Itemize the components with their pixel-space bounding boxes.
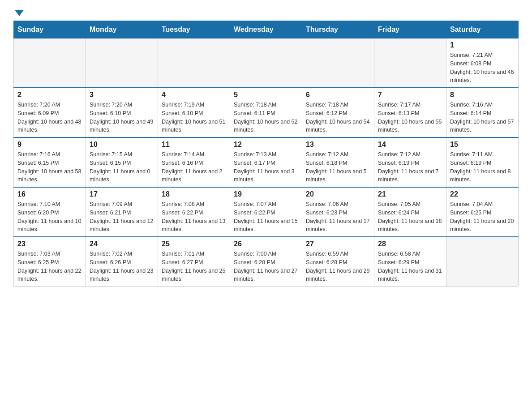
day-sun-info: Sunrise: 7:18 AMSunset: 6:11 PMDaylight:… [234, 101, 298, 134]
day-number: 3 [90, 91, 154, 99]
calendar-day-cell: 16Sunrise: 7:10 AMSunset: 6:20 PMDayligh… [14, 187, 86, 237]
day-sun-info: Sunrise: 7:12 AMSunset: 6:19 PMDaylight:… [378, 150, 442, 184]
calendar-week-row: 16Sunrise: 7:10 AMSunset: 6:20 PMDayligh… [14, 187, 519, 237]
calendar-day-cell: 2Sunrise: 7:20 AMSunset: 6:09 PMDaylight… [14, 88, 86, 137]
day-sun-info: Sunrise: 7:05 AMSunset: 6:24 PMDaylight:… [378, 200, 442, 234]
day-sun-info: Sunrise: 7:21 AMSunset: 6:08 PMDaylight:… [450, 51, 515, 85]
calendar-day-cell [446, 237, 519, 287]
calendar-day-cell: 3Sunrise: 7:20 AMSunset: 6:10 PMDaylight… [86, 88, 158, 137]
day-sun-info: Sunrise: 7:14 AMSunset: 6:16 PMDaylight:… [162, 150, 226, 184]
day-of-week-header: Monday [86, 21, 158, 39]
day-number: 22 [450, 190, 515, 198]
calendar-day-cell [230, 39, 302, 88]
day-of-week-header: Wednesday [230, 21, 302, 39]
day-sun-info: Sunrise: 7:19 AMSunset: 6:10 PMDaylight:… [162, 101, 226, 134]
day-number: 12 [234, 141, 298, 149]
calendar-day-cell [14, 39, 86, 88]
calendar-day-cell: 9Sunrise: 7:16 AMSunset: 6:15 PMDaylight… [14, 137, 86, 187]
calendar-day-cell: 18Sunrise: 7:08 AMSunset: 6:22 PMDayligh… [158, 187, 230, 237]
calendar-day-cell [158, 39, 230, 88]
day-number: 4 [162, 91, 226, 99]
day-sun-info: Sunrise: 7:20 AMSunset: 6:10 PMDaylight:… [90, 101, 154, 134]
day-number: 14 [378, 141, 442, 149]
day-of-week-header: Friday [374, 21, 446, 39]
day-number: 24 [90, 240, 154, 248]
logo-arrow-icon [15, 10, 24, 16]
calendar-week-row: 1Sunrise: 7:21 AMSunset: 6:08 PMDaylight… [14, 39, 519, 88]
calendar-day-cell: 11Sunrise: 7:14 AMSunset: 6:16 PMDayligh… [158, 137, 230, 187]
calendar-day-cell: 17Sunrise: 7:09 AMSunset: 6:21 PMDayligh… [86, 187, 158, 237]
calendar-day-cell: 21Sunrise: 7:05 AMSunset: 6:24 PMDayligh… [374, 187, 446, 237]
calendar-day-cell: 27Sunrise: 6:59 AMSunset: 6:28 PMDayligh… [302, 237, 374, 287]
day-of-week-header: Saturday [446, 21, 519, 39]
calendar-week-row: 2Sunrise: 7:20 AMSunset: 6:09 PMDaylight… [14, 88, 519, 137]
calendar-day-cell: 22Sunrise: 7:04 AMSunset: 6:25 PMDayligh… [446, 187, 519, 237]
calendar-day-cell: 28Sunrise: 6:58 AMSunset: 6:29 PMDayligh… [374, 237, 446, 287]
day-number: 26 [234, 240, 298, 248]
day-number: 18 [162, 190, 226, 198]
day-sun-info: Sunrise: 7:11 AMSunset: 6:19 PMDaylight:… [450, 150, 515, 184]
day-of-week-header: Sunday [14, 21, 86, 39]
day-sun-info: Sunrise: 7:16 AMSunset: 6:15 PMDaylight:… [17, 150, 82, 184]
day-number: 25 [162, 240, 226, 248]
calendar-day-cell: 7Sunrise: 7:17 AMSunset: 6:13 PMDaylight… [374, 88, 446, 137]
day-number: 21 [378, 190, 442, 198]
calendar-day-cell: 12Sunrise: 7:13 AMSunset: 6:17 PMDayligh… [230, 137, 302, 187]
calendar-day-cell: 10Sunrise: 7:15 AMSunset: 6:15 PMDayligh… [86, 137, 158, 187]
calendar-day-cell: 1Sunrise: 7:21 AMSunset: 6:08 PMDaylight… [446, 39, 519, 88]
calendar-day-cell: 13Sunrise: 7:12 AMSunset: 6:18 PMDayligh… [302, 137, 374, 187]
day-number: 20 [306, 190, 370, 198]
day-number: 17 [90, 190, 154, 198]
day-sun-info: Sunrise: 7:04 AMSunset: 6:25 PMDaylight:… [450, 200, 515, 234]
day-of-week-header: Tuesday [158, 21, 230, 39]
day-sun-info: Sunrise: 7:06 AMSunset: 6:23 PMDaylight:… [306, 200, 370, 234]
day-number: 13 [306, 141, 370, 149]
calendar-day-cell [86, 39, 158, 88]
day-number: 8 [450, 91, 515, 99]
calendar-day-cell: 26Sunrise: 7:00 AMSunset: 6:28 PMDayligh… [230, 237, 302, 287]
day-number: 9 [17, 141, 82, 149]
calendar-day-cell: 20Sunrise: 7:06 AMSunset: 6:23 PMDayligh… [302, 187, 374, 237]
calendar-day-cell: 8Sunrise: 7:16 AMSunset: 6:14 PMDaylight… [446, 88, 519, 137]
day-sun-info: Sunrise: 7:08 AMSunset: 6:22 PMDaylight:… [162, 200, 226, 234]
day-sun-info: Sunrise: 7:07 AMSunset: 6:22 PMDaylight:… [234, 200, 298, 234]
day-number: 15 [450, 141, 515, 149]
calendar-day-cell: 24Sunrise: 7:02 AMSunset: 6:26 PMDayligh… [86, 237, 158, 287]
calendar-header-row: SundayMondayTuesdayWednesdayThursdayFrid… [14, 21, 519, 39]
day-number: 5 [234, 91, 298, 99]
calendar-week-row: 9Sunrise: 7:16 AMSunset: 6:15 PMDaylight… [14, 137, 519, 187]
day-sun-info: Sunrise: 7:10 AMSunset: 6:20 PMDaylight:… [17, 200, 82, 234]
day-sun-info: Sunrise: 6:58 AMSunset: 6:29 PMDaylight:… [378, 250, 442, 283]
day-sun-info: Sunrise: 7:15 AMSunset: 6:15 PMDaylight:… [90, 150, 154, 184]
calendar-day-cell: 19Sunrise: 7:07 AMSunset: 6:22 PMDayligh… [230, 187, 302, 237]
day-sun-info: Sunrise: 7:20 AMSunset: 6:09 PMDaylight:… [17, 101, 82, 134]
page-header [13, 9, 519, 16]
day-sun-info: Sunrise: 6:59 AMSunset: 6:28 PMDaylight:… [306, 250, 370, 283]
logo [13, 9, 24, 16]
day-sun-info: Sunrise: 7:01 AMSunset: 6:27 PMDaylight:… [162, 250, 226, 283]
day-sun-info: Sunrise: 7:17 AMSunset: 6:13 PMDaylight:… [378, 101, 442, 134]
calendar-day-cell: 4Sunrise: 7:19 AMSunset: 6:10 PMDaylight… [158, 88, 230, 137]
day-sun-info: Sunrise: 7:18 AMSunset: 6:12 PMDaylight:… [306, 101, 370, 134]
calendar-day-cell: 14Sunrise: 7:12 AMSunset: 6:19 PMDayligh… [374, 137, 446, 187]
day-number: 6 [306, 91, 370, 99]
day-sun-info: Sunrise: 7:02 AMSunset: 6:26 PMDaylight:… [90, 250, 154, 283]
day-sun-info: Sunrise: 7:12 AMSunset: 6:18 PMDaylight:… [306, 150, 370, 184]
day-sun-info: Sunrise: 7:00 AMSunset: 6:28 PMDaylight:… [234, 250, 298, 283]
day-of-week-header: Thursday [302, 21, 374, 39]
day-number: 7 [378, 91, 442, 99]
day-number: 2 [17, 91, 82, 99]
calendar-day-cell: 15Sunrise: 7:11 AMSunset: 6:19 PMDayligh… [446, 137, 519, 187]
calendar-table: SundayMondayTuesdayWednesdayThursdayFrid… [13, 21, 519, 287]
calendar-day-cell: 6Sunrise: 7:18 AMSunset: 6:12 PMDaylight… [302, 88, 374, 137]
calendar-day-cell: 23Sunrise: 7:03 AMSunset: 6:25 PMDayligh… [14, 237, 86, 287]
day-sun-info: Sunrise: 7:03 AMSunset: 6:25 PMDaylight:… [17, 250, 82, 283]
day-number: 19 [234, 190, 298, 198]
day-number: 11 [162, 141, 226, 149]
day-number: 1 [450, 41, 515, 49]
day-number: 28 [378, 240, 442, 248]
calendar-day-cell: 25Sunrise: 7:01 AMSunset: 6:27 PMDayligh… [158, 237, 230, 287]
calendar-day-cell: 5Sunrise: 7:18 AMSunset: 6:11 PMDaylight… [230, 88, 302, 137]
day-number: 23 [17, 240, 82, 248]
day-sun-info: Sunrise: 7:16 AMSunset: 6:14 PMDaylight:… [450, 101, 515, 134]
